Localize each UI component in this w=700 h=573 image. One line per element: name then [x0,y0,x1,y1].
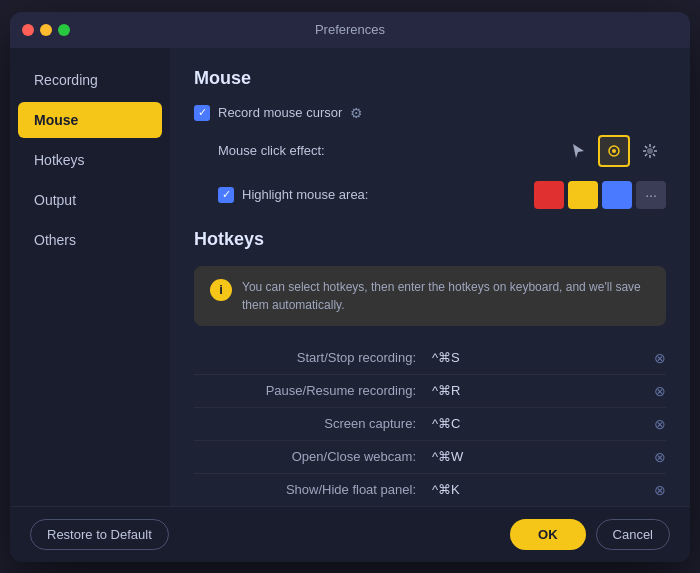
hotkey-start-stop-value: ^⌘S [432,350,654,365]
hotkey-pause-resume-value: ^⌘R [432,383,654,398]
maximize-button[interactable] [58,24,70,36]
cancel-button[interactable]: Cancel [596,519,670,550]
hotkey-pause-resume-edit[interactable]: ⊗ [654,383,666,399]
hotkeys-section-title: Hotkeys [194,229,666,250]
hotkey-screen-capture-label: Screen capture: [194,416,432,431]
ok-button[interactable]: OK [510,519,586,550]
hotkey-webcam-edit[interactable]: ⊗ [654,449,666,465]
color-yellow[interactable] [568,181,598,209]
color-blue[interactable] [602,181,632,209]
highlight-label: Highlight mouse area: [242,187,368,202]
footer-actions: OK Cancel [510,519,670,550]
hotkey-start-stop-edit[interactable]: ⊗ [654,350,666,366]
more-colors-button[interactable]: ··· [636,181,666,209]
record-cursor-checkbox[interactable] [194,105,210,121]
cursor-click-option[interactable] [598,135,630,167]
hotkey-row-screen-capture: Screen capture: ^⌘C ⊗ [194,408,666,441]
window-title: Preferences [315,22,385,37]
sidebar-item-output[interactable]: Output [18,182,162,218]
gear-icon[interactable]: ⚙ [350,105,366,121]
close-button[interactable] [22,24,34,36]
hotkey-float-panel-value: ^⌘K [432,482,654,497]
svg-point-1 [612,149,616,153]
hotkey-row-start-stop: Start/Stop recording: ^⌘S ⊗ [194,342,666,375]
cursor-options [562,135,666,167]
highlight-checkbox[interactable] [218,187,234,203]
sidebar: Recording Mouse Hotkeys Output Others [10,48,170,506]
hotkey-screen-capture-value: ^⌘C [432,416,654,431]
info-text: You can select hotkeys, then enter the h… [242,278,650,314]
svg-line-7 [645,146,647,148]
color-swatches: ··· [534,181,666,209]
sidebar-item-mouse[interactable]: Mouse [18,102,162,138]
mouse-click-label: Mouse click effect: [218,143,348,158]
hotkey-screen-capture-edit[interactable]: ⊗ [654,416,666,432]
footer: Restore to Default OK Cancel [10,506,690,562]
color-red[interactable] [534,181,564,209]
svg-point-2 [647,148,653,154]
record-cursor-label: Record mouse cursor [218,105,342,120]
hotkey-start-stop-label: Start/Stop recording: [194,350,432,365]
sidebar-item-recording[interactable]: Recording [18,62,162,98]
highlight-row: Highlight mouse area: ··· [194,181,666,209]
hotkey-float-panel-edit[interactable]: ⊗ [654,482,666,498]
hotkeys-section: Hotkeys i You can select hotkeys, then e… [194,229,666,506]
info-icon: i [210,279,232,301]
main-content: Recording Mouse Hotkeys Output Others Mo… [10,48,690,506]
window-controls [22,24,70,36]
sidebar-item-hotkeys[interactable]: Hotkeys [18,142,162,178]
svg-line-9 [653,146,655,148]
hotkey-webcam-value: ^⌘W [432,449,654,464]
hotkey-webcam-label: Open/Close webcam: [194,449,432,464]
hotkey-row-webcam: Open/Close webcam: ^⌘W ⊗ [194,441,666,474]
preferences-window: Preferences Recording Mouse Hotkeys Outp… [10,12,690,562]
cursor-arrow-option[interactable] [562,135,594,167]
hotkey-pause-resume-label: Pause/Resume recording: [194,383,432,398]
mouse-click-row: Mouse click effect: [194,135,666,167]
titlebar: Preferences [10,12,690,48]
hotkey-row-float-panel: Show/Hide float panel: ^⌘K ⊗ [194,474,666,506]
svg-line-8 [653,153,655,155]
mouse-section-title: Mouse [194,68,666,89]
restore-default-button[interactable]: Restore to Default [30,519,169,550]
hotkey-row-pause-resume: Pause/Resume recording: ^⌘R ⊗ [194,375,666,408]
cursor-burst-option[interactable] [634,135,666,167]
minimize-button[interactable] [40,24,52,36]
info-banner: i You can select hotkeys, then enter the… [194,266,666,326]
content-area: Mouse Record mouse cursor ⚙ Mouse click … [170,48,690,506]
sidebar-item-others[interactable]: Others [18,222,162,258]
hotkey-float-panel-label: Show/Hide float panel: [194,482,432,497]
svg-line-10 [645,153,647,155]
record-cursor-row: Record mouse cursor ⚙ [194,105,666,121]
